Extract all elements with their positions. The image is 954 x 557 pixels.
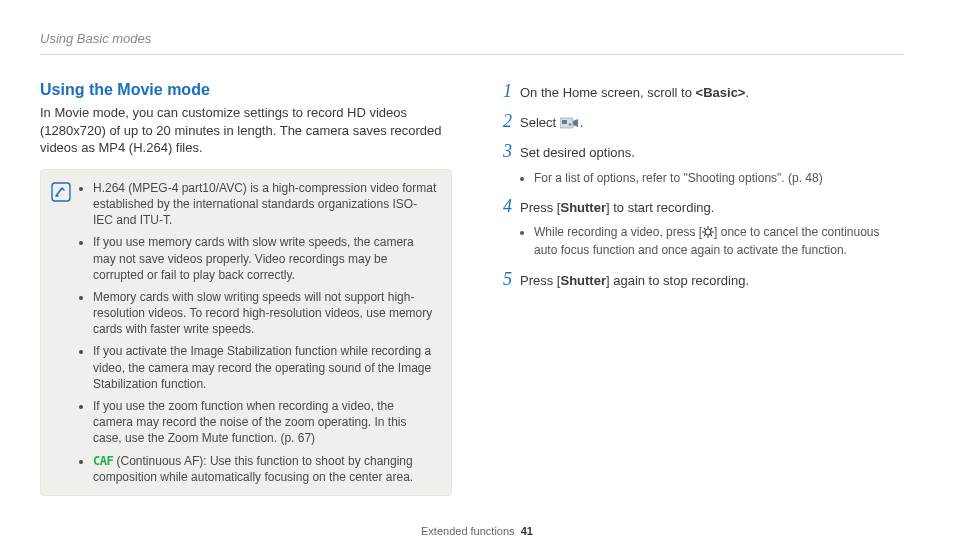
step-number: 5 xyxy=(492,267,512,291)
step-bold: <Basic> xyxy=(696,85,746,100)
movie-mode-icon xyxy=(560,116,580,134)
step-body: Press [Shutter] to start recording. xyxy=(520,199,904,217)
caf-icon: CAF xyxy=(93,454,113,468)
step-number: 2 xyxy=(492,109,512,133)
note-item: If you use the zoom function when record… xyxy=(93,398,437,447)
note-icon xyxy=(51,182,73,485)
caf-text: (Continuous AF): Use this function to sh… xyxy=(93,454,413,484)
step-body: Select . xyxy=(520,114,904,134)
step-number: 3 xyxy=(492,139,512,163)
section-title: Using the Movie mode xyxy=(40,79,452,101)
step-number: 4 xyxy=(492,194,512,218)
note-list: H.264 (MPEG-4 part10/AVC) is a high-comp… xyxy=(79,180,437,485)
left-column: Using the Movie mode In Movie mode, you … xyxy=(40,79,452,496)
step-text: ] again to stop recording. xyxy=(606,273,749,288)
step-bold: Shutter xyxy=(560,200,606,215)
steps-list: 1 On the Home screen, scroll to <Basic>.… xyxy=(492,79,904,291)
note-item-caf: CAF (Continuous AF): Use this function t… xyxy=(93,453,437,485)
step-body: On the Home screen, scroll to <Basic>. xyxy=(520,84,904,102)
step-text: . xyxy=(745,85,749,100)
page-footer: Extended functions 41 xyxy=(0,524,954,539)
breadcrumb: Using Basic modes xyxy=(40,30,904,55)
intro-text: In Movie mode, you can customize setting… xyxy=(40,104,452,157)
step-body: Set desired options. xyxy=(520,144,904,162)
svg-point-4 xyxy=(705,229,711,235)
sub-item: While recording a video, press [] once t… xyxy=(534,224,904,258)
sub-text: While recording a video, press [ xyxy=(534,225,702,239)
step-5: 5 Press [Shutter] again to stop recordin… xyxy=(492,267,904,291)
step-number: 1 xyxy=(492,79,512,103)
note-box: H.264 (MPEG-4 part10/AVC) is a high-comp… xyxy=(40,169,452,496)
note-item: If you use memory cards with slow write … xyxy=(93,234,437,283)
step-text: On the Home screen, scroll to xyxy=(520,85,696,100)
content-columns: Using the Movie mode In Movie mode, you … xyxy=(40,79,904,496)
step-text: Press [ xyxy=(520,273,560,288)
sub-item: For a list of options, refer to "Shootin… xyxy=(534,170,904,186)
step-3: 3 Set desired options. xyxy=(492,139,904,163)
step-text: Select xyxy=(520,115,560,130)
note-item: Memory cards with slow writing speeds wi… xyxy=(93,289,437,338)
step-4-sub: While recording a video, press [] once t… xyxy=(492,224,904,258)
step-text: . xyxy=(580,115,584,130)
svg-rect-0 xyxy=(52,183,70,201)
right-column: 1 On the Home screen, scroll to <Basic>.… xyxy=(492,79,904,496)
step-bold: Shutter xyxy=(560,273,606,288)
footer-section: Extended functions xyxy=(421,525,515,537)
step-1: 1 On the Home screen, scroll to <Basic>. xyxy=(492,79,904,103)
step-body: Press [Shutter] again to stop recording. xyxy=(520,272,904,290)
focus-icon xyxy=(702,226,714,242)
svg-point-3 xyxy=(569,123,571,125)
svg-rect-2 xyxy=(562,120,567,124)
step-4: 4 Press [Shutter] to start recording. xyxy=(492,194,904,218)
step-text: Press [ xyxy=(520,200,560,215)
step-2: 2 Select . xyxy=(492,109,904,134)
note-item: If you activate the Image Stabilization … xyxy=(93,343,437,392)
note-item: H.264 (MPEG-4 part10/AVC) is a high-comp… xyxy=(93,180,437,229)
footer-page-number: 41 xyxy=(521,525,533,537)
step-text: Set desired options. xyxy=(520,145,635,160)
step-3-sub: For a list of options, refer to "Shootin… xyxy=(492,170,904,186)
manual-page: Using Basic modes Using the Movie mode I… xyxy=(0,0,954,557)
step-text: ] to start recording. xyxy=(606,200,714,215)
